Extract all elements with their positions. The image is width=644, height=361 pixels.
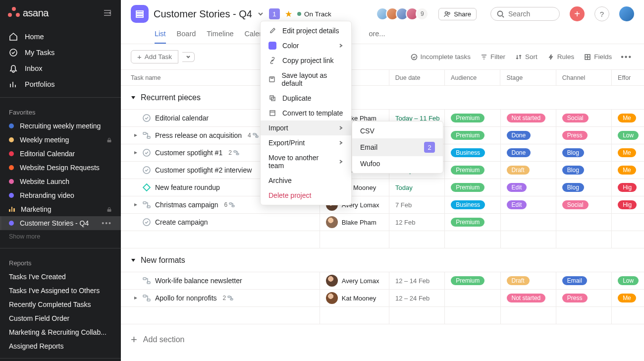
task-row[interactable]: Apollo for nonprofits2 Kat Mooney12 – 24…	[121, 289, 644, 307]
task-row[interactable]: Create campaignBlake Pham12 FebPremium	[121, 213, 644, 231]
menu-move-team[interactable]: Move to another team	[261, 150, 351, 173]
audience-cell[interactable]: Premium	[444, 272, 500, 289]
sidebar-report-item[interactable]: Recently Completed Tasks	[0, 298, 121, 311]
menu-export[interactable]: Export/Print	[261, 135, 351, 150]
asana-logo[interactable]: asana	[8, 7, 49, 19]
effort-cell[interactable]: Me	[611, 144, 644, 161]
submenu-csv[interactable]: CSV	[352, 123, 443, 138]
sidebar-favorite-item[interactable]: Weekly meeting	[0, 133, 121, 147]
channel-cell[interactable]: Social	[556, 196, 611, 213]
project-icon[interactable]	[131, 5, 149, 23]
project-actions-chevron-icon[interactable]	[257, 10, 264, 17]
task-status-icon[interactable]	[142, 166, 151, 175]
channel-cell[interactable]: Email	[556, 272, 611, 289]
sidebar-favorite-item[interactable]: Marketing	[0, 202, 121, 216]
submenu-email[interactable]: Email2	[352, 138, 443, 156]
menu-archive[interactable]: Archive	[261, 173, 351, 188]
channel-cell[interactable]: Blog	[556, 179, 611, 196]
add-task-button[interactable]: + Add Task	[131, 50, 178, 63]
audience-cell[interactable]: Premium	[444, 214, 500, 231]
stage-cell[interactable]: Done	[500, 127, 556, 144]
nav-portfolios[interactable]: Portfolios	[0, 76, 121, 92]
stage-cell[interactable]	[500, 214, 556, 231]
effort-cell[interactable]	[611, 214, 644, 231]
due-date-cell[interactable]: 12 Feb	[389, 214, 444, 231]
audience-cell[interactable]: Premium	[444, 179, 500, 196]
sidebar-favorite-item[interactable]: Editorial Calendar	[0, 147, 121, 161]
menu-save-layout[interactable]: Save layout as default	[261, 68, 351, 91]
sidebar-report-item[interactable]: Assigned Reports	[0, 339, 121, 353]
menu-copy-link[interactable]: Copy project link	[261, 53, 351, 68]
audience-cell[interactable]: Premium	[444, 127, 500, 144]
menu-delete-project[interactable]: Delete project	[261, 188, 351, 203]
project-title[interactable]: Customer Stories - Q4	[154, 8, 252, 20]
effort-cell[interactable]: Hig	[611, 196, 644, 213]
fields-button[interactable]: Fields	[581, 51, 615, 62]
task-status-icon[interactable]	[142, 114, 151, 122]
channel-cell[interactable]: Press	[556, 127, 611, 144]
col-audience[interactable]: Audience	[444, 70, 500, 85]
search-input[interactable]	[508, 10, 553, 18]
stage-cell[interactable]: Done	[500, 144, 556, 161]
expander-icon[interactable]	[133, 296, 138, 300]
add-task-dropdown-button[interactable]	[182, 52, 195, 62]
sidebar-report-item[interactable]: Tasks I've Created	[0, 270, 121, 284]
audience-cell[interactable]: Business	[444, 144, 500, 161]
task-status-icon[interactable]	[142, 218, 151, 227]
due-date-cell[interactable]: 7 Feb	[389, 196, 444, 213]
channel-cell[interactable]: Press	[556, 290, 611, 306]
section-header[interactable]: Recurrent pieces	[121, 86, 644, 110]
channel-cell[interactable]: Blog	[556, 162, 611, 179]
sidebar-report-item[interactable]: Marketing & Recruiting Collab...	[0, 325, 121, 339]
stage-cell[interactable]: Not started	[500, 290, 556, 306]
col-effort[interactable]: Effor	[611, 70, 644, 85]
add-section-button[interactable]: + Add section	[121, 324, 644, 355]
task-row[interactable]: Christmas campaign6 Avery Lomax7 FebBusi…	[121, 196, 644, 214]
col-channel[interactable]: Channel	[556, 70, 611, 85]
menu-edit-details[interactable]: Edit project details	[261, 23, 351, 38]
member-avatars[interactable]: 9	[379, 7, 429, 20]
member-count[interactable]: 9	[416, 7, 429, 20]
search-box[interactable]	[490, 7, 560, 21]
audience-cell[interactable]: Premium	[444, 110, 500, 126]
task-row[interactable]: Work-life balance newsletterAvery Lomax1…	[121, 272, 644, 290]
assignee-cell[interactable]: Avery Lomax	[320, 272, 389, 289]
sidebar-favorite-item[interactable]: Website Design Requests	[0, 161, 121, 175]
expander-icon[interactable]	[133, 151, 138, 155]
effort-cell[interactable]: Me	[611, 290, 644, 306]
menu-convert-template[interactable]: Convert to template	[261, 106, 351, 120]
filter-button[interactable]: Filter	[478, 51, 508, 62]
stage-cell[interactable]: Not started	[500, 110, 556, 126]
task-status-icon[interactable]	[142, 183, 151, 192]
effort-cell[interactable]: Me	[611, 162, 644, 179]
help-button[interactable]: ?	[594, 6, 609, 21]
toolbar-more-button[interactable]: •••	[619, 51, 634, 63]
task-status-icon[interactable]	[142, 131, 151, 140]
menu-duplicate[interactable]: Duplicate	[261, 91, 351, 106]
nav-my-tasks[interactable]: My Tasks	[0, 45, 121, 60]
sidebar-favorite-item[interactable]: Customer Stories - Q4•••	[0, 216, 121, 230]
expander-icon[interactable]	[133, 133, 138, 137]
expander-icon[interactable]	[133, 203, 138, 207]
col-stage[interactable]: Stage	[500, 70, 555, 85]
menu-import[interactable]: Import	[261, 120, 351, 135]
tab-more[interactable]: ore...	[369, 27, 385, 44]
nav-inbox[interactable]: Inbox	[0, 60, 121, 76]
empty-task-row[interactable]	[121, 231, 644, 248]
audience-cell[interactable]: Premium	[444, 162, 500, 179]
assignee-cell[interactable]: Kat Mooney	[320, 290, 389, 306]
tab-timeline[interactable]: Timeline	[207, 27, 233, 44]
stage-cell[interactable]: Edit	[500, 196, 556, 213]
due-date-cell[interactable]: 12 – 14 Feb	[389, 272, 444, 289]
channel-cell[interactable]: Blog	[556, 144, 611, 161]
stage-cell[interactable]: Edit	[500, 179, 556, 196]
stage-cell[interactable]: Draft	[500, 162, 556, 179]
task-status-icon[interactable]	[142, 200, 151, 209]
share-button[interactable]: Share	[438, 8, 477, 20]
show-more-favorites[interactable]: Show more	[0, 230, 121, 243]
audience-cell[interactable]: Business	[444, 196, 500, 213]
section-header[interactable]: New formats	[121, 248, 644, 272]
task-status-icon[interactable]	[142, 294, 151, 302]
star-icon[interactable]: ★	[285, 9, 292, 19]
sidebar-report-item[interactable]: Tasks I've Assigned to Others	[0, 284, 121, 298]
